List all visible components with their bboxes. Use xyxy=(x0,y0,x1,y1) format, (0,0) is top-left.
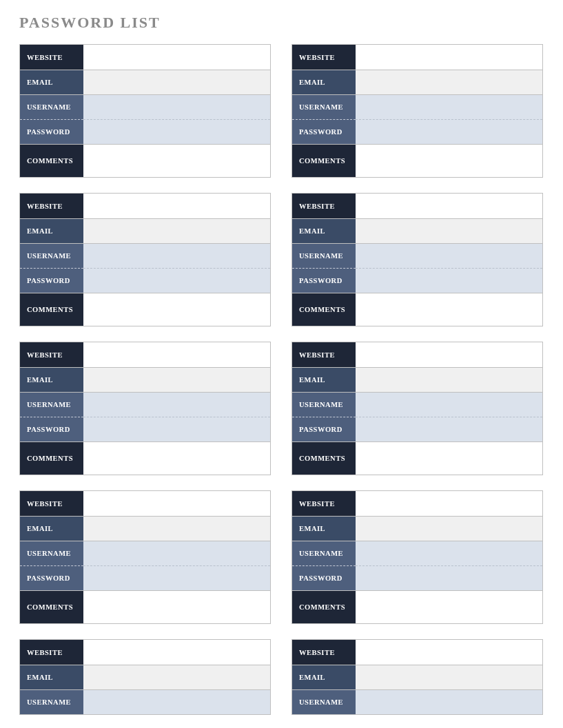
password-label: PASSWORD xyxy=(292,268,356,293)
website-label: WEBSITE xyxy=(20,45,83,70)
comments-label: COMMENTS xyxy=(292,144,356,177)
email-value[interactable] xyxy=(356,516,542,541)
username-value[interactable] xyxy=(83,689,270,714)
password-card: WEBSITEEMAILUSERNAMEPASSWORDCOMMENTS xyxy=(19,193,271,326)
website-label: WEBSITE xyxy=(292,491,356,516)
email-value[interactable] xyxy=(356,665,542,689)
password-label: PASSWORD xyxy=(292,417,356,441)
password-value[interactable] xyxy=(356,417,542,441)
username-label: USERNAME xyxy=(20,94,83,119)
email-value[interactable] xyxy=(356,70,542,94)
password-card: WEBSITEEMAILUSERNAMEPASSWORDCOMMENTS xyxy=(291,193,543,326)
username-value[interactable] xyxy=(356,689,542,714)
password-value[interactable] xyxy=(83,417,270,441)
website-value[interactable] xyxy=(83,342,270,367)
username-value[interactable] xyxy=(356,243,542,268)
username-value[interactable] xyxy=(83,243,270,268)
username-value[interactable] xyxy=(356,541,542,565)
email-label: EMAIL xyxy=(20,665,83,689)
email-value[interactable] xyxy=(83,218,270,243)
password-label: PASSWORD xyxy=(20,417,83,441)
website-value[interactable] xyxy=(356,640,542,665)
username-label: USERNAME xyxy=(292,541,356,565)
email-value[interactable] xyxy=(83,367,270,392)
password-value[interactable] xyxy=(356,268,542,293)
comments-value[interactable] xyxy=(356,590,542,623)
email-label: EMAIL xyxy=(292,367,356,392)
comments-label: COMMENTS xyxy=(292,590,356,623)
password-value[interactable] xyxy=(356,565,542,590)
email-label: EMAIL xyxy=(20,367,83,392)
email-label: EMAIL xyxy=(20,516,83,541)
email-value[interactable] xyxy=(83,70,270,94)
website-label: WEBSITE xyxy=(20,194,83,218)
comments-label: COMMENTS xyxy=(20,293,83,326)
email-label: EMAIL xyxy=(20,70,83,94)
website-label: WEBSITE xyxy=(292,640,356,665)
website-label: WEBSITE xyxy=(20,491,83,516)
website-value[interactable] xyxy=(356,194,542,218)
comments-value[interactable] xyxy=(83,590,270,623)
website-value[interactable] xyxy=(83,194,270,218)
website-label: WEBSITE xyxy=(20,342,83,367)
comments-label: COMMENTS xyxy=(20,441,83,475)
username-label: USERNAME xyxy=(292,243,356,268)
password-value[interactable] xyxy=(83,119,270,144)
password-label: PASSWORD xyxy=(20,268,83,293)
email-label: EMAIL xyxy=(292,70,356,94)
comments-value[interactable] xyxy=(356,144,542,177)
website-value[interactable] xyxy=(83,45,270,70)
website-value[interactable] xyxy=(83,491,270,516)
comments-value[interactable] xyxy=(83,441,270,475)
email-value[interactable] xyxy=(356,218,542,243)
website-value[interactable] xyxy=(356,342,542,367)
password-card: WEBSITEEMAILUSERNAMEPASSWORDCOMMENTS xyxy=(291,342,543,475)
username-value[interactable] xyxy=(83,94,270,119)
email-value[interactable] xyxy=(83,516,270,541)
website-label: WEBSITE xyxy=(292,194,356,218)
username-value[interactable] xyxy=(356,392,542,417)
password-card: WEBSITEEMAILUSERNAME xyxy=(291,639,543,715)
website-label: WEBSITE xyxy=(292,45,356,70)
password-card: WEBSITEEMAILUSERNAMEPASSWORDCOMMENTS xyxy=(19,490,271,624)
comments-label: COMMENTS xyxy=(292,441,356,475)
password-card: WEBSITEEMAILUSERNAMEPASSWORDCOMMENTS xyxy=(19,342,271,475)
username-label: USERNAME xyxy=(20,392,83,417)
comments-label: COMMENTS xyxy=(292,293,356,326)
password-value[interactable] xyxy=(83,268,270,293)
password-label: PASSWORD xyxy=(292,119,356,144)
card-grid: WEBSITEEMAILUSERNAMEPASSWORDCOMMENTSWEBS… xyxy=(19,44,544,715)
email-value[interactable] xyxy=(83,665,270,689)
email-label: EMAIL xyxy=(292,516,356,541)
username-label: USERNAME xyxy=(20,541,83,565)
comments-value[interactable] xyxy=(356,441,542,475)
website-label: WEBSITE xyxy=(20,640,83,665)
password-card: WEBSITEEMAILUSERNAMEPASSWORDCOMMENTS xyxy=(19,44,271,178)
password-card: WEBSITEEMAILUSERNAME xyxy=(19,639,271,715)
password-value[interactable] xyxy=(356,119,542,144)
username-value[interactable] xyxy=(83,392,270,417)
comments-value[interactable] xyxy=(356,293,542,326)
username-label: USERNAME xyxy=(292,392,356,417)
password-label: PASSWORD xyxy=(20,119,83,144)
website-value[interactable] xyxy=(356,45,542,70)
username-value[interactable] xyxy=(83,541,270,565)
username-label: USERNAME xyxy=(20,689,83,714)
comments-value[interactable] xyxy=(83,144,270,177)
username-value[interactable] xyxy=(356,94,542,119)
comments-label: COMMENTS xyxy=(20,590,83,623)
email-value[interactable] xyxy=(356,367,542,392)
password-card: WEBSITEEMAILUSERNAMEPASSWORDCOMMENTS xyxy=(291,490,543,624)
password-label: PASSWORD xyxy=(20,565,83,590)
password-value[interactable] xyxy=(83,565,270,590)
comments-value[interactable] xyxy=(83,293,270,326)
email-label: EMAIL xyxy=(20,218,83,243)
username-label: USERNAME xyxy=(20,243,83,268)
page-title: PASSWORD LIST xyxy=(19,14,544,32)
website-value[interactable] xyxy=(356,491,542,516)
username-label: USERNAME xyxy=(292,689,356,714)
website-value[interactable] xyxy=(83,640,270,665)
email-label: EMAIL xyxy=(292,665,356,689)
comments-label: COMMENTS xyxy=(20,144,83,177)
website-label: WEBSITE xyxy=(292,342,356,367)
